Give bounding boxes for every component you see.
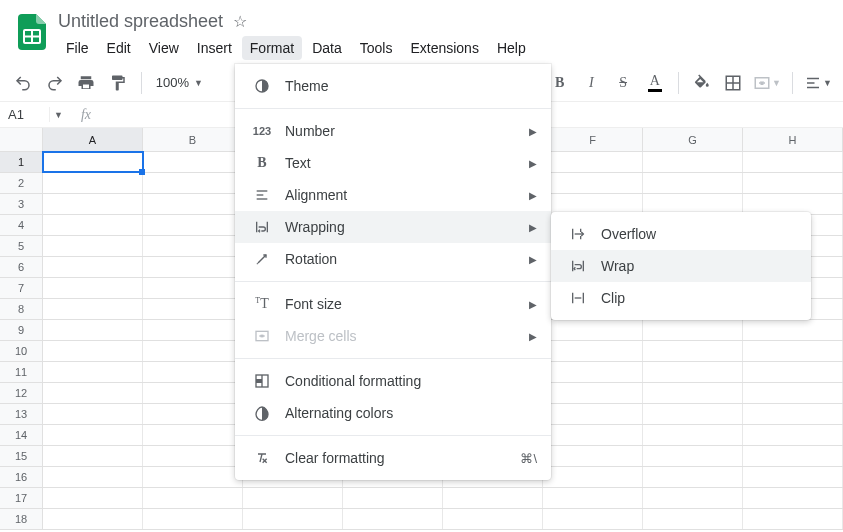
cell[interactable] (143, 446, 243, 466)
cell[interactable] (43, 362, 143, 382)
cell[interactable] (143, 362, 243, 382)
cell[interactable] (43, 467, 143, 487)
cell[interactable] (243, 509, 343, 529)
cell[interactable] (143, 467, 243, 487)
zoom-dropdown[interactable]: 100% ▼ (150, 70, 209, 96)
menu-extensions[interactable]: Extensions (402, 36, 486, 60)
row-header[interactable]: 3 (0, 194, 43, 214)
cell[interactable] (743, 509, 843, 529)
menu-format[interactable]: Format (242, 36, 302, 60)
cell[interactable] (43, 425, 143, 445)
cell[interactable] (43, 320, 143, 340)
row-header[interactable]: 10 (0, 341, 43, 361)
cell[interactable] (43, 341, 143, 361)
column-header[interactable]: F (543, 128, 643, 151)
menu-data[interactable]: Data (304, 36, 350, 60)
cell[interactable] (643, 509, 743, 529)
cell[interactable] (743, 404, 843, 424)
cell[interactable] (543, 320, 643, 340)
paint-format-button[interactable] (103, 69, 133, 97)
cell[interactable] (643, 320, 743, 340)
cell[interactable] (143, 173, 243, 193)
sheets-logo[interactable] (12, 12, 52, 52)
menu-edit[interactable]: Edit (99, 36, 139, 60)
row-header[interactable]: 11 (0, 362, 43, 382)
cell[interactable] (643, 194, 743, 214)
cell[interactable] (43, 236, 143, 256)
cell[interactable] (743, 467, 843, 487)
row-header[interactable]: 5 (0, 236, 43, 256)
row-header[interactable]: 15 (0, 446, 43, 466)
cell[interactable] (143, 488, 243, 508)
cell[interactable] (143, 509, 243, 529)
cell[interactable] (43, 257, 143, 277)
cell[interactable] (143, 383, 243, 403)
borders-button[interactable] (718, 69, 748, 97)
print-button[interactable] (71, 69, 101, 97)
row-header[interactable]: 16 (0, 467, 43, 487)
fill-color-button[interactable] (687, 69, 717, 97)
cell[interactable] (43, 215, 143, 235)
cell[interactable] (443, 509, 543, 529)
menu-insert[interactable]: Insert (189, 36, 240, 60)
caret-down-icon[interactable]: ▼ (50, 110, 73, 120)
cell[interactable] (543, 404, 643, 424)
menu-file[interactable]: File (58, 36, 97, 60)
cell[interactable] (643, 488, 743, 508)
cell[interactable] (343, 509, 443, 529)
cell[interactable] (543, 488, 643, 508)
menu-view[interactable]: View (141, 36, 187, 60)
undo-button[interactable] (8, 69, 38, 97)
star-icon[interactable]: ☆ (233, 12, 247, 31)
submenu-item-overflow[interactable]: Overflow (551, 218, 811, 250)
cell[interactable] (643, 467, 743, 487)
cell[interactable] (743, 446, 843, 466)
menu-item-alignment[interactable]: Alignment ▶ (235, 179, 551, 211)
cell[interactable] (543, 194, 643, 214)
cell[interactable] (643, 152, 743, 172)
cell[interactable] (43, 278, 143, 298)
row-header[interactable]: 2 (0, 173, 43, 193)
cell[interactable] (143, 320, 243, 340)
cell[interactable] (543, 152, 643, 172)
menu-item-clear-formatting[interactable]: Clear formatting ⌘\ (235, 442, 551, 474)
cell[interactable] (743, 152, 843, 172)
doc-title[interactable]: Untitled spreadsheet (58, 11, 223, 32)
select-all-corner[interactable] (0, 128, 43, 151)
menu-item-theme[interactable]: Theme (235, 70, 551, 102)
cell[interactable] (243, 488, 343, 508)
cell[interactable] (143, 215, 243, 235)
menu-item-conditional-formatting[interactable]: Conditional formatting (235, 365, 551, 397)
menu-tools[interactable]: Tools (352, 36, 401, 60)
cell[interactable] (643, 425, 743, 445)
row-header[interactable]: 7 (0, 278, 43, 298)
cell[interactable] (143, 425, 243, 445)
cell[interactable] (543, 425, 643, 445)
cell[interactable] (743, 173, 843, 193)
cell[interactable] (743, 488, 843, 508)
cell[interactable] (43, 488, 143, 508)
menu-item-text[interactable]: B Text ▶ (235, 147, 551, 179)
cell[interactable] (543, 383, 643, 403)
column-header[interactable]: B (143, 128, 243, 151)
cell[interactable] (43, 194, 143, 214)
cell[interactable] (643, 173, 743, 193)
redo-button[interactable] (40, 69, 70, 97)
row-header[interactable]: 9 (0, 320, 43, 340)
cell[interactable] (143, 236, 243, 256)
menu-item-fontsize[interactable]: TT Font size ▶ (235, 288, 551, 320)
row-header[interactable]: 4 (0, 215, 43, 235)
cell[interactable] (143, 341, 243, 361)
cell[interactable] (543, 362, 643, 382)
horizontal-align-button[interactable]: ▼ (801, 74, 835, 92)
cell[interactable] (743, 362, 843, 382)
cell[interactable] (643, 362, 743, 382)
row-header[interactable]: 18 (0, 509, 43, 529)
cell[interactable] (643, 383, 743, 403)
cell[interactable] (743, 425, 843, 445)
row-header[interactable]: 13 (0, 404, 43, 424)
row-header[interactable]: 8 (0, 299, 43, 319)
cell[interactable] (543, 341, 643, 361)
menu-item-rotation[interactable]: Rotation ▶ (235, 243, 551, 275)
column-header[interactable]: G (643, 128, 743, 151)
